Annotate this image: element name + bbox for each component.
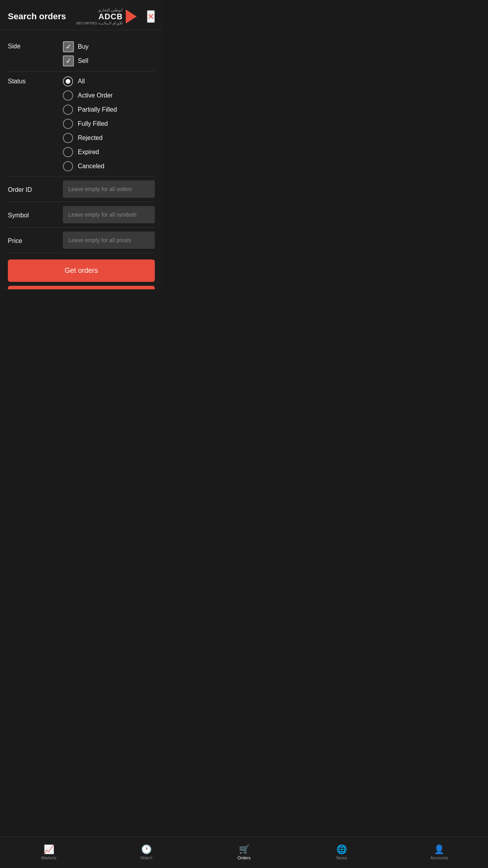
radio-active-label: Active Order	[78, 92, 113, 99]
radio-fully	[63, 119, 73, 129]
symbol-label: Symbol	[8, 210, 63, 219]
reset-button[interactable]: Reset	[8, 286, 155, 289]
status-option-rejected[interactable]: Rejected	[63, 133, 117, 143]
modal-header: Search orders أبوظبي التجاري ADCB SECURI…	[0, 0, 163, 30]
buy-checkbox[interactable]: ✓	[63, 41, 74, 52]
radio-expired-label: Expired	[78, 149, 99, 156]
order-id-input[interactable]	[63, 180, 155, 198]
radio-all-label: All	[78, 78, 85, 85]
get-orders-button[interactable]: Get orders	[8, 259, 155, 282]
buy-checkbox-label: Buy	[78, 43, 89, 50]
radio-fully-label: Fully Filled	[78, 120, 108, 127]
side-row: Side ✓ Buy ✓ Sell	[8, 37, 155, 72]
radio-partially	[63, 105, 73, 115]
buy-check-icon: ✓	[66, 43, 72, 50]
radio-canceled	[63, 161, 73, 171]
logo-text: أبوظبي التجاري ADCB SECURITIES للأوراق ا…	[76, 8, 123, 25]
side-label: Side	[8, 41, 63, 50]
radio-all-dot	[66, 79, 70, 84]
symbol-row: Symbol	[8, 202, 155, 228]
symbol-input[interactable]	[63, 206, 155, 223]
order-id-label: Order ID	[8, 185, 63, 193]
price-row: Price	[8, 228, 155, 253]
buy-checkbox-row: ✓ Buy	[63, 41, 155, 52]
modal-logo: أبوظبي التجاري ADCB SECURITIES للأوراق ا…	[76, 8, 137, 25]
radio-all	[63, 76, 73, 86]
status-option-all[interactable]: All	[63, 76, 117, 86]
status-option-active[interactable]: Active Order	[63, 90, 117, 101]
sell-check-icon: ✓	[66, 57, 72, 64]
logo-arabic-top: أبوظبي التجاري	[98, 8, 123, 12]
sell-checkbox-label: Sell	[78, 57, 88, 64]
status-option-fully[interactable]: Fully Filled	[63, 119, 117, 129]
status-radio-list: All Active Order Partially Filled Fully …	[63, 76, 117, 171]
order-id-row: Order ID	[8, 177, 155, 202]
price-label: Price	[8, 236, 63, 245]
form-content: Side ✓ Buy ✓ Sell Status	[0, 30, 163, 289]
side-controls: ✓ Buy ✓ Sell	[63, 41, 155, 66]
logo-brand: ADCB	[99, 12, 123, 21]
status-option-canceled[interactable]: Canceled	[63, 161, 117, 171]
radio-active	[63, 90, 73, 101]
status-option-expired[interactable]: Expired	[63, 147, 117, 157]
radio-expired	[63, 147, 73, 157]
status-row: Status All Active Order Partially Filled	[8, 72, 155, 177]
radio-rejected	[63, 133, 73, 143]
search-orders-modal: Search orders أبوظبي التجاري ADCB SECURI…	[0, 0, 163, 289]
status-option-partially[interactable]: Partially Filled	[63, 105, 117, 115]
logo-triangle	[126, 9, 137, 24]
logo-securities: SECURITIES للأوراق الـمالـيـة	[76, 21, 123, 25]
status-label: Status	[8, 76, 63, 85]
sell-checkbox[interactable]: ✓	[63, 55, 74, 66]
radio-rejected-label: Rejected	[78, 134, 103, 142]
sell-checkbox-row: ✓ Sell	[63, 55, 155, 66]
close-button[interactable]: ×	[147, 10, 155, 23]
modal-title: Search orders	[8, 11, 66, 22]
radio-canceled-label: Canceled	[78, 163, 105, 170]
price-input[interactable]	[63, 232, 155, 249]
radio-partially-label: Partially Filled	[78, 106, 117, 113]
